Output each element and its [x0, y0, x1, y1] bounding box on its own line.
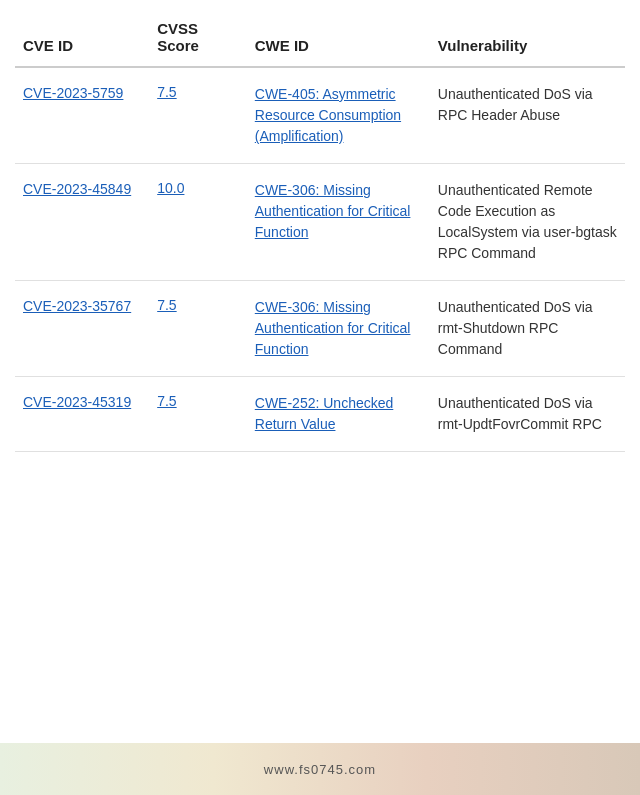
cve-id-cell: CVE-2023-5759: [15, 67, 149, 164]
footer-text: www.fs0745.com: [264, 762, 376, 777]
cwe-id-link[interactable]: CWE-306: Missing Authentication for Crit…: [255, 299, 411, 357]
vulnerability-text: Unauthenticated DoS via RPC Header Abuse: [438, 86, 593, 123]
table-row: CVE-2023-357677.5CWE-306: Missing Authen…: [15, 281, 625, 377]
cve-id-link[interactable]: CVE-2023-45849: [23, 181, 131, 197]
cvss-score-link[interactable]: 7.5: [157, 84, 176, 100]
header-cwe-id: CWE ID: [247, 10, 430, 67]
cvss-score-link[interactable]: 10.0: [157, 180, 184, 196]
cwe-id-cell: CWE-306: Missing Authentication for Crit…: [247, 281, 430, 377]
cwe-id-cell: CWE-252: Unchecked Return Value: [247, 377, 430, 452]
cwe-id-link[interactable]: CWE-306: Missing Authentication for Crit…: [255, 182, 411, 240]
cve-id-link[interactable]: CVE-2023-5759: [23, 85, 123, 101]
cve-id-link[interactable]: CVE-2023-35767: [23, 298, 131, 314]
table-header-row: CVE ID CVSS Score CWE ID Vulnerability: [15, 10, 625, 67]
cwe-id-link[interactable]: CWE-405: Asymmetric Resource Consumption…: [255, 86, 401, 144]
cve-id-cell: CVE-2023-45319: [15, 377, 149, 452]
footer-bar: www.fs0745.com: [0, 743, 640, 795]
cvss-score-cell: 7.5: [149, 377, 247, 452]
cwe-id-link[interactable]: CWE-252: Unchecked Return Value: [255, 395, 394, 432]
cvss-score-cell: 10.0: [149, 164, 247, 281]
header-cvss-score: CVSS Score: [149, 10, 247, 67]
cve-table: CVE ID CVSS Score CWE ID Vulnerability C…: [15, 10, 625, 452]
cvss-score-cell: 7.5: [149, 281, 247, 377]
cvss-score-cell: 7.5: [149, 67, 247, 164]
cvss-score-link[interactable]: 7.5: [157, 297, 176, 313]
cve-id-cell: CVE-2023-45849: [15, 164, 149, 281]
vulnerability-cell: Unauthenticated Remote Code Execution as…: [430, 164, 625, 281]
vulnerability-text: Unauthenticated DoS via rmt-Shutdown RPC…: [438, 299, 593, 357]
table-row: CVE-2023-4584910.0CWE-306: Missing Authe…: [15, 164, 625, 281]
header-vulnerability: Vulnerability: [430, 10, 625, 67]
vulnerability-cell: Unauthenticated DoS via RPC Header Abuse: [430, 67, 625, 164]
vulnerability-cell: Unauthenticated DoS via rmt-Shutdown RPC…: [430, 281, 625, 377]
vulnerability-text: Unauthenticated DoS via rmt-UpdtFovrComm…: [438, 395, 602, 432]
cwe-id-cell: CWE-306: Missing Authentication for Crit…: [247, 164, 430, 281]
vulnerability-cell: Unauthenticated DoS via rmt-UpdtFovrComm…: [430, 377, 625, 452]
cve-id-cell: CVE-2023-35767: [15, 281, 149, 377]
cwe-id-cell: CWE-405: Asymmetric Resource Consumption…: [247, 67, 430, 164]
vulnerability-text: Unauthenticated Remote Code Execution as…: [438, 182, 617, 261]
main-content: CVE ID CVSS Score CWE ID Vulnerability C…: [0, 0, 640, 512]
cvss-score-link[interactable]: 7.5: [157, 393, 176, 409]
table-row: CVE-2023-453197.5CWE-252: Unchecked Retu…: [15, 377, 625, 452]
table-row: CVE-2023-57597.5CWE-405: Asymmetric Reso…: [15, 67, 625, 164]
cve-id-link[interactable]: CVE-2023-45319: [23, 394, 131, 410]
header-cve-id: CVE ID: [15, 10, 149, 67]
